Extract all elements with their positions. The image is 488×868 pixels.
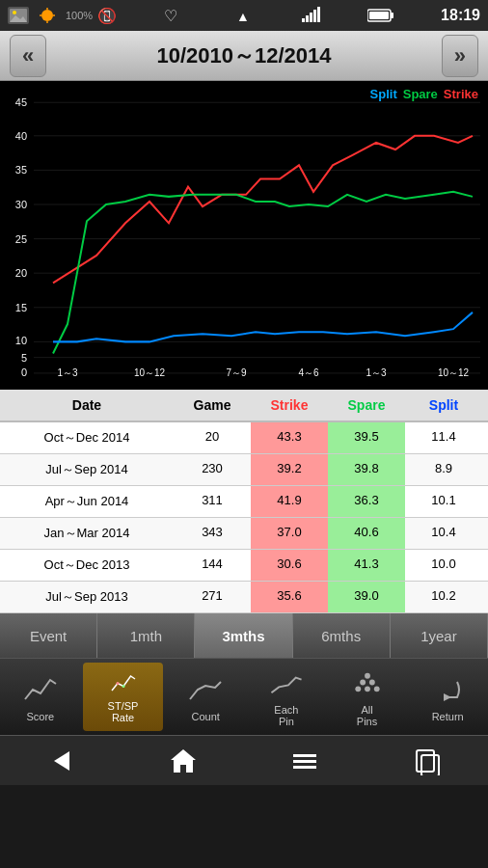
svg-point-56 [360, 680, 366, 686]
count-icon [188, 672, 223, 707]
cell-split: 10.2 [405, 582, 482, 612]
svg-point-4 [41, 10, 53, 21]
weather-icon [33, 7, 62, 24]
tab-3mths[interactable]: 3mths [195, 613, 292, 658]
cell-strike: 30.6 [251, 550, 328, 581]
allpins-icon [350, 666, 385, 700]
legend-strike: Strike [444, 87, 478, 101]
cell-game: 271 [174, 582, 251, 612]
header-strike: Strike [251, 390, 328, 420]
svg-point-53 [116, 682, 119, 685]
svg-point-3 [13, 11, 16, 14]
cell-strike: 41.9 [251, 486, 328, 517]
home-bar [0, 735, 488, 785]
cell-split: 10.1 [405, 486, 482, 517]
svg-text:15: 15 [15, 302, 27, 313]
svg-rect-14 [310, 13, 312, 22]
svg-text:1～3: 1～3 [57, 367, 77, 378]
period-tabs: Event 1mth 3mths 6mths 1year [0, 613, 488, 658]
table-header: Date Game Strike Spare Split [0, 390, 488, 422]
cell-spare: 39.5 [328, 422, 405, 453]
svg-text:45: 45 [15, 96, 27, 108]
table-row: Apr～Jun 2014 311 41.9 36.3 10.1 [0, 486, 488, 518]
svg-point-60 [373, 686, 379, 692]
status-bar: 100% 📵 ♡ ▲ 18:19 [0, 0, 488, 31]
cell-game: 343 [174, 518, 251, 549]
icon-stsp[interactable]: ST/SPRate [83, 663, 164, 731]
svg-rect-15 [313, 10, 316, 22]
score-icon [23, 672, 58, 707]
svg-text:10: 10 [15, 335, 27, 346]
menu-icon [290, 746, 319, 775]
svg-point-59 [365, 686, 370, 692]
recents-button[interactable] [366, 736, 489, 785]
svg-text:1～3: 1～3 [366, 367, 386, 378]
back-icon [46, 746, 75, 775]
svg-text:10～12: 10～12 [134, 367, 166, 378]
prev-button[interactable]: « [10, 35, 46, 77]
chart-svg: 45 40 35 30 25 20 15 10 5 0 1～3 2011 10～… [0, 89, 488, 378]
svg-rect-18 [391, 13, 393, 18]
recents-icon [413, 746, 442, 775]
stsp-icon [106, 670, 141, 696]
back-button[interactable] [0, 736, 122, 785]
cell-spare: 41.3 [328, 550, 405, 581]
tab-event[interactable]: Event [0, 613, 97, 658]
cell-date: Oct～Dec 2014 [0, 422, 174, 453]
svg-rect-13 [306, 15, 309, 22]
header-spare: Spare [328, 390, 405, 420]
icon-return[interactable]: Return [407, 659, 488, 735]
allpins-label: AllPins [357, 704, 377, 727]
svg-rect-66 [293, 766, 316, 769]
legend-spare: Spare [403, 87, 438, 101]
svg-point-58 [355, 686, 361, 692]
cell-game: 20 [174, 422, 251, 453]
svg-rect-19 [369, 12, 389, 19]
table-row: Oct～Dec 2013 144 30.6 41.3 10.0 [0, 550, 488, 582]
menu-button[interactable] [244, 736, 366, 785]
svg-text:4～6: 4～6 [298, 367, 318, 378]
svg-text:7～9: 7～9 [226, 367, 246, 378]
svg-marker-62 [54, 751, 69, 771]
battery-icon [367, 8, 394, 23]
eachpin-label: EachPin [274, 704, 298, 727]
svg-marker-63 [171, 749, 196, 773]
wifi-icon: ▲ [236, 7, 256, 24]
svg-text:10～12: 10～12 [438, 367, 470, 378]
icon-score[interactable]: Score [0, 659, 81, 735]
tab-6mths[interactable]: 6mths [293, 613, 391, 658]
cell-game: 144 [174, 550, 251, 581]
tab-1mth[interactable]: 1mth [97, 613, 195, 658]
icon-eachpin[interactable]: EachPin [246, 659, 327, 735]
svg-text:♡: ♡ [164, 8, 177, 24]
cell-date: Jul～Sep 2013 [0, 582, 174, 612]
tab-1year[interactable]: 1year [391, 613, 488, 658]
svg-text:30: 30 [15, 199, 27, 210]
count-label: Count [192, 711, 220, 722]
svg-text:20: 20 [15, 267, 27, 279]
next-button[interactable]: » [442, 35, 478, 77]
svg-point-54 [122, 685, 124, 688]
cell-date: Jan～Mar 2014 [0, 518, 174, 549]
header-game: Game [174, 390, 251, 420]
heart-icon: ♡ [164, 6, 185, 25]
phone-cancel-icon: 📵 [96, 7, 118, 24]
cell-strike: 37.0 [251, 518, 328, 549]
table-body: Oct～Dec 2014 20 43.3 39.5 11.4 Jul～Sep 2… [0, 422, 488, 613]
svg-rect-64 [293, 754, 316, 757]
home-icon [169, 746, 198, 775]
svg-rect-65 [293, 760, 316, 763]
home-button[interactable] [122, 736, 245, 785]
svg-rect-12 [302, 18, 305, 22]
image-icon [8, 7, 29, 24]
data-table: Date Game Strike Spare Split Oct～Dec 201… [0, 390, 488, 613]
return-label: Return [432, 711, 464, 722]
cell-split: 11.4 [405, 422, 482, 453]
cell-split: 10.4 [405, 518, 482, 549]
header-date: Date [0, 390, 174, 420]
icon-count[interactable]: Count [165, 659, 246, 735]
cell-spare: 39.8 [328, 454, 405, 485]
cell-strike: 43.3 [251, 422, 328, 453]
svg-text:35: 35 [15, 164, 27, 176]
icon-allpins[interactable]: AllPins [327, 659, 408, 735]
